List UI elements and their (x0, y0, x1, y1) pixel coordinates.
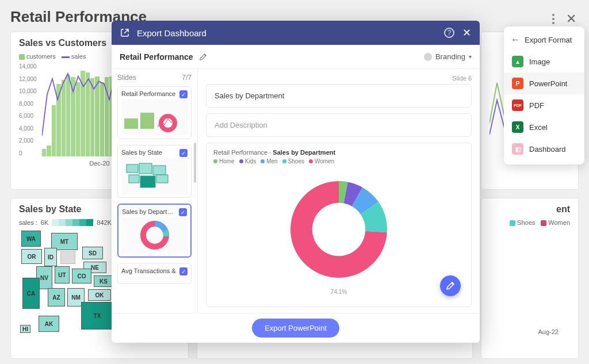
chevron-down-icon: ▾ (469, 53, 472, 60)
popout-icon[interactable] (120, 28, 130, 38)
state-tx[interactable]: TX (81, 302, 113, 329)
modal-header: Export Dashboard ? ✕ (112, 21, 480, 45)
slide-thumb-1[interactable]: Sales by State✓ (117, 145, 192, 198)
card-sales-by-department-bg: ent Shoes Women Aug-22 (481, 198, 579, 359)
edit-name-icon[interactable] (199, 53, 207, 61)
slide-title-input[interactable]: Sales by Department (206, 84, 472, 108)
svg-point-2 (161, 116, 175, 130)
back-icon[interactable]: ← (511, 35, 520, 45)
slide-thumb-2[interactable]: Sales by Departme…✓ (117, 204, 192, 258)
slide-indicator: Slide 6 (206, 75, 472, 82)
slide-description-input[interactable]: Add Description (206, 113, 472, 137)
state-hi[interactable]: HI (20, 325, 30, 333)
state-ak[interactable]: AK (39, 316, 59, 332)
svg-rect-1 (140, 113, 154, 129)
export-dashboard-modal: Export Dashboard ? ✕ Retail Performance … (112, 21, 480, 343)
slide-preview-panel: Slide 6 Sales by Department Add Descript… (198, 69, 480, 313)
modal-footer: Export PowerPoint (112, 313, 480, 343)
svg-rect-4 (139, 163, 152, 174)
slide-thumb-3[interactable]: Avg Transactions &✓ (117, 263, 192, 284)
edit-chart-button[interactable] (440, 275, 461, 296)
dashboard-name: Retail Performance (120, 52, 193, 62)
slide-thumb-0[interactable]: Retail Performance✓ (117, 86, 192, 139)
modal-title: Export Dashboard (137, 28, 437, 38)
state-ok[interactable]: OK (88, 289, 111, 301)
slide-checked-icon[interactable]: ✓ (179, 149, 188, 157)
state-id[interactable]: ID (44, 248, 57, 266)
modal-subheader: Retail Performance Branding ▾ (112, 45, 480, 69)
state-co[interactable]: CO (72, 269, 91, 283)
image-icon: ▲ (512, 56, 523, 67)
svg-rect-8 (129, 175, 139, 183)
state-ca[interactable]: CA (22, 278, 40, 309)
more-menu-icon[interactable] (552, 14, 554, 24)
powerpoint-icon: P (512, 78, 523, 89)
branding-swatch (424, 53, 432, 61)
slide-checked-icon[interactable]: ✓ (179, 267, 188, 275)
state-sd[interactable]: SD (82, 247, 103, 259)
export-button[interactable]: Export PowerPoint (252, 319, 339, 338)
close-icon[interactable]: ✕ (566, 12, 576, 26)
donut-chart (278, 169, 399, 290)
scrollbar-thumb[interactable] (194, 143, 196, 183)
export-menu-title: Export Format (525, 36, 572, 44)
slide-checked-icon[interactable]: ✓ (179, 208, 187, 216)
slides-panel: Slides 7/7 Retail Performance✓Sales by S… (112, 69, 198, 313)
svg-rect-7 (156, 175, 168, 183)
svg-rect-0 (124, 118, 138, 129)
help-icon[interactable]: ? (444, 28, 454, 38)
state-ks[interactable]: KS (94, 275, 113, 287)
svg-rect-3 (127, 164, 138, 173)
export-format-menu: ← Export Format ▲ImagePPowerPointPDFPDFX… (504, 26, 584, 164)
state-az[interactable]: AZ (48, 288, 65, 306)
export-option-image[interactable]: ▲Image (504, 51, 584, 72)
state-wa[interactable]: WA (21, 231, 41, 247)
excel-icon: X (512, 121, 523, 133)
export-option-powerpoint[interactable]: PPowerPoint (504, 72, 584, 94)
modal-close-icon[interactable]: ✕ (461, 28, 472, 38)
export-option-pdf[interactable]: PDFPDF (504, 94, 584, 116)
chart-legend: HomeKidsMenShoesWomen (213, 158, 464, 164)
chart-preview: Retail Performance · Sales by Department… (206, 143, 472, 307)
slide-checked-icon[interactable]: ✓ (179, 90, 188, 98)
export-option-dashboard[interactable]: ◧Dashboard (504, 138, 584, 160)
pdf-icon: PDF (512, 99, 523, 111)
branding-dropdown[interactable]: Branding ▾ (424, 52, 472, 61)
dashboard-icon: ◧ (512, 143, 523, 155)
svg-rect-5 (153, 166, 166, 175)
state-ut[interactable]: UT (55, 266, 70, 283)
state-or[interactable]: OR (21, 249, 42, 264)
export-option-excel[interactable]: XExcel (504, 116, 584, 138)
svg-rect-6 (140, 176, 155, 187)
